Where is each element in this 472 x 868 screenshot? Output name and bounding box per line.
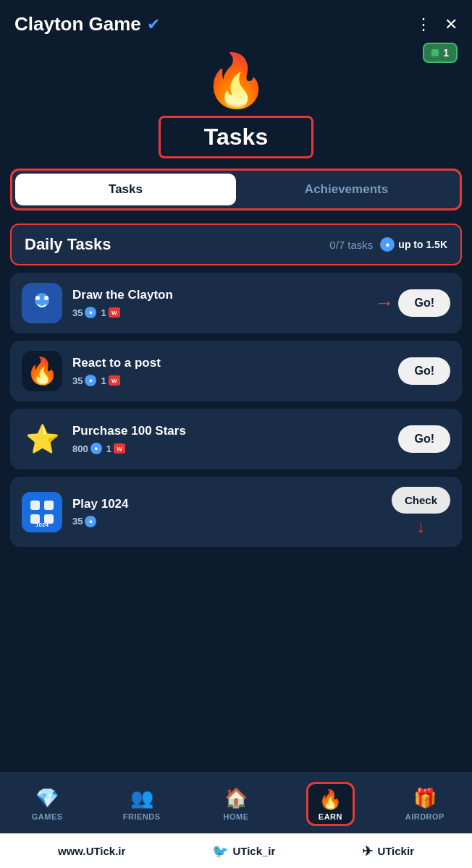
tasks-title: Tasks — [204, 124, 268, 150]
task-icon-stars: ⭐ — [22, 419, 62, 459]
airdrop-icon: 🎁 — [413, 787, 437, 809]
reward-tickets-react: 1 W — [101, 375, 119, 386]
task-name-play: Play 1024 — [72, 497, 382, 511]
task-name-draw: Draw the Clayton — [72, 288, 363, 302]
coin-icon-stars: ● — [90, 443, 102, 454]
flame-icon-react: 🔥 — [26, 356, 59, 386]
up-to-badge: ● up to 1.5K — [380, 237, 447, 252]
tab-achievements[interactable]: Achievements — [236, 174, 457, 205]
star-icon: ⭐ — [25, 423, 59, 455]
svg-point-2 — [35, 296, 40, 300]
task-item-play: 1024 Play 1024 35 ● Check ↓ — [10, 477, 462, 547]
earn-icon: 🔥 — [319, 788, 342, 811]
task-item: Draw the Clayton 35 ● 1 W → Go! — [10, 273, 462, 333]
telegram-text: UTickir — [377, 845, 414, 857]
task-name-stars: Purchase 100 Stars — [72, 424, 388, 438]
nav-label-games: GAMES — [32, 812, 63, 821]
header-right: ⋮ ✕ — [416, 15, 458, 34]
badge-dot — [431, 49, 439, 56]
arrow-go-draw: → Go! — [374, 289, 450, 317]
tasks-count: 0/7 tasks — [329, 239, 373, 251]
tab-tasks[interactable]: Tasks — [15, 174, 236, 205]
reward-tickets-stars: 1 W — [106, 443, 125, 454]
hero-section: 1 🔥 Tasks — [0, 43, 472, 169]
reward-coins-draw: 35 ● — [72, 307, 96, 318]
nav-item-earn[interactable]: 🔥 EARN — [283, 782, 377, 826]
nav-item-airdrop[interactable]: 🎁 AIRDROP — [378, 787, 472, 821]
app-title: Clayton Game — [14, 13, 141, 35]
svg-text:1024: 1024 — [35, 522, 49, 528]
go-button-draw[interactable]: Go! — [398, 289, 450, 317]
task-rewards-draw: 35 ● 1 W — [72, 307, 363, 318]
header: Clayton Game ✔ ⋮ ✕ — [0, 0, 472, 43]
footer: www.UTick.ir 🐦 UTick_ir ✈ UTickir — [0, 833, 472, 868]
task-name-react: React to a post — [72, 356, 388, 370]
more-options-icon[interactable]: ⋮ — [416, 15, 431, 34]
task-item-stars: ⭐ Purchase 100 Stars 800 ● 1 W Go! — [10, 409, 462, 469]
twitter-text: UTick_ir — [232, 845, 275, 857]
daily-tasks-header: Daily Tasks 0/7 tasks ● up to 1.5K — [10, 224, 462, 265]
telegram-icon: ✈ — [362, 843, 373, 859]
reward-coins-stars: 800 ● — [72, 443, 102, 454]
ticket-icon: W — [109, 307, 120, 318]
svg-point-3 — [44, 296, 49, 300]
go-button-stars[interactable]: Go! — [398, 425, 450, 453]
task-rewards-react: 35 ● 1 W — [72, 375, 388, 386]
task-rewards-play: 35 ● — [72, 516, 382, 527]
website-text: www.UTick.ir — [58, 845, 125, 857]
reward-coins-play: 35 ● — [72, 516, 96, 527]
task-rewards-stars: 800 ● 1 W — [72, 443, 388, 454]
tabs-container: Tasks Achievements — [10, 169, 462, 210]
nav-label-earn: EARN — [319, 812, 342, 821]
arrow-icon-draw: → — [374, 292, 394, 315]
task-icon-play: 1024 — [22, 492, 62, 532]
footer-twitter: 🐦 UTick_ir — [212, 843, 275, 859]
task-icon-react: 🔥 — [22, 351, 62, 391]
bottom-nav: 💎 GAMES 👥 FRIENDS 🏠 HOME 🔥 EARN 🎁 AIRDRO… — [0, 773, 472, 833]
daily-tasks-meta: 0/7 tasks ● up to 1.5K — [329, 237, 447, 252]
svg-point-1 — [35, 293, 49, 307]
check-wrapper: Check ↓ — [392, 487, 450, 537]
task-info-stars: Purchase 100 Stars 800 ● 1 W — [72, 424, 388, 454]
home-icon: 🏠 — [224, 787, 248, 809]
tasks-title-box: Tasks — [159, 116, 313, 158]
header-left: Clayton Game ✔ — [14, 13, 160, 35]
verified-icon: ✔ — [147, 15, 160, 34]
task-info-react: React to a post 35 ● 1 W — [72, 356, 388, 386]
footer-telegram: ✈ UTickir — [362, 843, 414, 859]
nav-item-friends[interactable]: 👥 FRIENDS — [94, 787, 188, 821]
ticket-icon-stars: W — [114, 443, 125, 454]
svg-rect-6 — [44, 501, 54, 510]
check-button-play[interactable]: Check — [392, 487, 450, 514]
svg-rect-5 — [30, 501, 40, 510]
arrow-down-icon: ↓ — [416, 516, 425, 537]
task-item-react: 🔥 React to a post 35 ● 1 W Go! — [10, 341, 462, 401]
nav-label-airdrop: AIRDROP — [405, 812, 444, 821]
close-icon[interactable]: ✕ — [444, 15, 458, 34]
daily-tasks-title: Daily Tasks — [25, 235, 111, 254]
ticket-icon-react: W — [109, 375, 120, 386]
go-button-react[interactable]: Go! — [398, 357, 450, 385]
nav-item-home[interactable]: 🏠 HOME — [189, 787, 283, 821]
games-icon: 💎 — [35, 787, 59, 809]
friends-icon: 👥 — [130, 787, 153, 809]
footer-website: www.UTick.ir — [58, 845, 125, 857]
task-info-play: Play 1024 35 ● — [72, 497, 382, 527]
badge-counter: 1 — [423, 43, 458, 63]
reward-tickets-draw: 1 W — [101, 307, 119, 318]
nav-item-games[interactable]: 💎 GAMES — [0, 787, 94, 821]
coin-icon-sm: ● — [380, 237, 395, 252]
coin-icon-react: ● — [85, 375, 96, 386]
hero-flame-icon: 🔥 — [203, 50, 269, 111]
badge-count: 1 — [443, 47, 449, 59]
nav-label-friends: FRIENDS — [123, 812, 161, 821]
tabs-wrapper: Tasks Achievements — [0, 169, 472, 210]
task-icon-draw — [22, 283, 62, 323]
nav-label-home: HOME — [224, 812, 249, 821]
coin-icon: ● — [85, 307, 96, 318]
twitter-icon: 🐦 — [212, 843, 228, 859]
main-content: Daily Tasks 0/7 tasks ● up to 1.5K Draw … — [0, 224, 472, 670]
up-to-text: up to 1.5K — [398, 239, 447, 250]
task-info-draw: Draw the Clayton 35 ● 1 W — [72, 288, 363, 318]
coin-icon-play: ● — [85, 516, 96, 527]
